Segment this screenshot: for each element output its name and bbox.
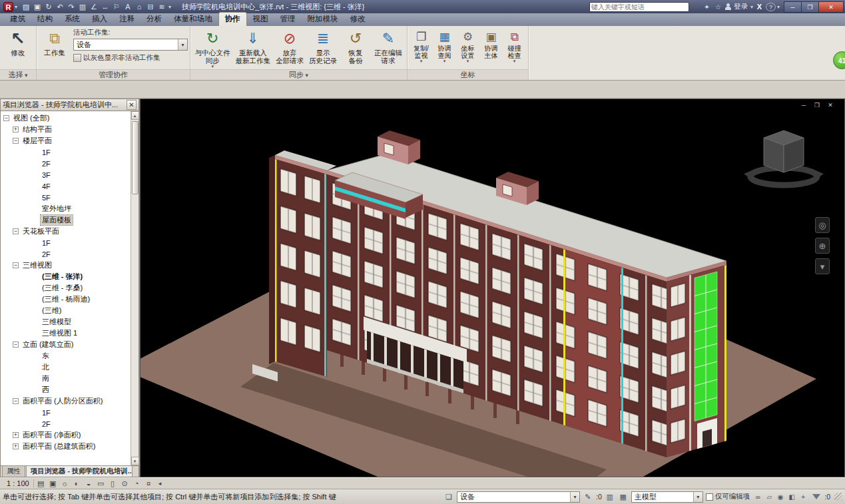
panel-label-synchronize[interactable]: 同步 [190, 69, 407, 80]
tree-expander-icon[interactable] [13, 398, 19, 404]
reveal-hidden-elements-icon[interactable]: ¤ [143, 479, 154, 489]
copy-monitor-button[interactable]: 复制/监视 [410, 27, 433, 64]
redo-icon[interactable]: ↷ [66, 1, 77, 12]
tree-item[interactable]: 西 [1, 384, 131, 395]
coordination-settings-button[interactable]: 坐标设置 [456, 27, 479, 64]
show-rendering-dialog-icon[interactable]: ◒ [83, 479, 95, 489]
tree-item[interactable]: (三维 - 李桑) [1, 282, 131, 294]
steering-wheel-icon[interactable]: ◎ [815, 217, 830, 233]
tree-item[interactable]: 1F [1, 146, 131, 158]
show-history-button[interactable]: 显示历史记录 [306, 27, 340, 66]
3d-building-model[interactable] [141, 99, 844, 477]
scroll-up-icon[interactable]: ▲ [131, 111, 139, 120]
coordination-host-button[interactable]: 协调主体 [479, 27, 503, 61]
tree-item[interactable]: (三维) [1, 305, 131, 316]
worksharing-display-icon[interactable]: ▥ [605, 493, 615, 501]
tree-expander-icon[interactable] [13, 126, 19, 132]
qat-customize-icon[interactable]: ▾ [168, 4, 171, 10]
app-menu-button[interactable]: R ▾ [1, 2, 19, 12]
subscription-center-icon[interactable]: ✦ [702, 2, 712, 12]
favorites-star-icon[interactable]: ☆ [713, 2, 723, 12]
maximize-button[interactable]: ❐ [801, 1, 818, 13]
tree-item[interactable]: 2F [1, 248, 131, 260]
tree-item[interactable]: (三维 - 张洋) [1, 271, 131, 282]
tree-item[interactable]: 视图 (全部) [1, 113, 131, 124]
ribbon-tab[interactable]: 体量和场地 [168, 13, 218, 26]
restore-backup-button[interactable]: 恢复备份 [340, 27, 372, 66]
editable-only-checkbox[interactable]: 仅可编辑项 [706, 492, 750, 501]
panel-label-manage-collaboration[interactable]: 管理协作 [37, 69, 190, 80]
open-icon[interactable]: ▨ [21, 1, 31, 12]
tree-expander-icon[interactable] [13, 432, 19, 438]
tree-item[interactable]: 2F [1, 418, 131, 429]
tree-item[interactable]: 天花板平面 [1, 226, 131, 237]
worksets-button[interactable]: 工作集 [39, 27, 71, 58]
ribbon-tab[interactable]: 管理 [274, 13, 302, 26]
browser-tab[interactable]: 项目浏览器 - 技师学院机电培训... [26, 465, 133, 477]
tree-item[interactable]: 三维视图 [1, 260, 131, 271]
tree-item[interactable]: 2F [1, 158, 131, 169]
select-underlay-elements-icon[interactable]: ▱ [764, 491, 774, 502]
resize-grip[interactable] [834, 493, 842, 501]
tree-item[interactable]: 1F [1, 237, 131, 248]
notification-badge[interactable]: 41 [833, 51, 845, 69]
gray-inactive-worksets-toggle[interactable]: 以灰色显示非活动工作集 [73, 53, 188, 63]
detail-level-icon[interactable]: ▤ [35, 479, 47, 489]
shadows-icon[interactable]: ◐ [71, 479, 83, 489]
navbar-options-icon[interactable]: ▾ [815, 258, 830, 274]
view-close-icon[interactable]: ✕ [826, 101, 835, 109]
select-links-icon[interactable]: ∞ [752, 491, 763, 502]
unlocked-3d-view-icon[interactable]: ⊙ [119, 479, 131, 489]
project-browser-titlebar[interactable]: 项目浏览器 - 技师学院机电培训中... ✕ [0, 99, 139, 111]
relinquish-all-button[interactable]: 放弃全部请求 [273, 27, 306, 66]
ribbon-tab[interactable]: 插入 [86, 13, 113, 26]
zoom-icon[interactable]: ⊕ [815, 238, 830, 254]
ribbon-tab[interactable]: 注释 [113, 13, 141, 26]
tree-expander-icon[interactable] [3, 115, 9, 121]
ribbon-tab[interactable]: 协作 [218, 12, 247, 26]
active-workset-dropdown[interactable]: 设备 ▾ [73, 39, 188, 51]
thin-lines-icon[interactable]: ≋ [156, 1, 167, 12]
tree-item[interactable]: 面积平面 (总建筑面积) [1, 441, 131, 452]
tree-item[interactable]: 南 [1, 373, 131, 384]
tree-expander-icon[interactable] [13, 262, 19, 268]
select-elements-by-face-icon[interactable]: ◧ [786, 491, 797, 502]
project-browser-close-icon[interactable]: ✕ [127, 100, 137, 110]
scale-button[interactable]: 1 : 100 [3, 479, 34, 487]
editing-requests-button[interactable]: 正在编辑请求 [372, 27, 405, 66]
scrollbar-thumb[interactable] [132, 121, 139, 194]
select-pinned-elements-icon[interactable]: ◉ [775, 491, 786, 502]
tree-expander-icon[interactable] [13, 443, 19, 449]
tree-item[interactable]: 5F [1, 192, 131, 203]
sun-path-icon[interactable]: ☼ [59, 479, 71, 489]
tree-item[interactable]: 立面 (建筑立面) [1, 339, 131, 350]
exchange-apps-icon[interactable]: X [754, 2, 764, 12]
panel-label-coordinate[interactable]: 坐标 [408, 69, 528, 80]
default-3d-view-icon[interactable]: ⌂ [134, 1, 144, 12]
binoculars-icon[interactable] [691, 2, 701, 12]
scroll-down-icon[interactable]: ▼ [131, 457, 139, 465]
tree-item[interactable]: 面积平面 (人防分区面积) [1, 395, 131, 407]
drag-elements-on-selection-icon[interactable]: + [798, 491, 808, 502]
design-option-selector[interactable]: 主模型 ▾ [631, 491, 703, 503]
design-options-icon[interactable]: ▦ [618, 493, 629, 501]
print-icon[interactable]: ▥ [77, 1, 88, 12]
view-cube[interactable] [744, 130, 824, 185]
close-button[interactable]: ✕ [818, 1, 844, 13]
undo-icon[interactable]: ↶ [55, 1, 65, 12]
text-icon[interactable]: A [123, 1, 133, 12]
filter-icon[interactable] [812, 494, 820, 499]
sync-with-central-button[interactable]: 与中心文件同步 [192, 27, 233, 69]
tree-item[interactable]: 东 [1, 350, 131, 362]
tree-item[interactable]: 楼层平面 [1, 135, 131, 146]
view-minimize-icon[interactable]: ─ [799, 101, 808, 109]
editing-requests-icon[interactable]: ✎ [583, 493, 593, 501]
modify-button[interactable]: 修改 [2, 27, 34, 58]
tree-item[interactable]: 室外地坪 [1, 203, 131, 214]
tag-icon[interactable]: ⚐ [111, 1, 122, 12]
panel-label-select[interactable]: 选择 [0, 69, 36, 80]
browser-scrollbar[interactable]: ▲ ▼ [131, 111, 139, 465]
browser-tab[interactable]: 属性 [2, 465, 25, 477]
aligned-dimension-icon[interactable]: ↔ [100, 1, 111, 12]
reload-latest-button[interactable]: 重新载入最新工作集 [233, 27, 274, 66]
